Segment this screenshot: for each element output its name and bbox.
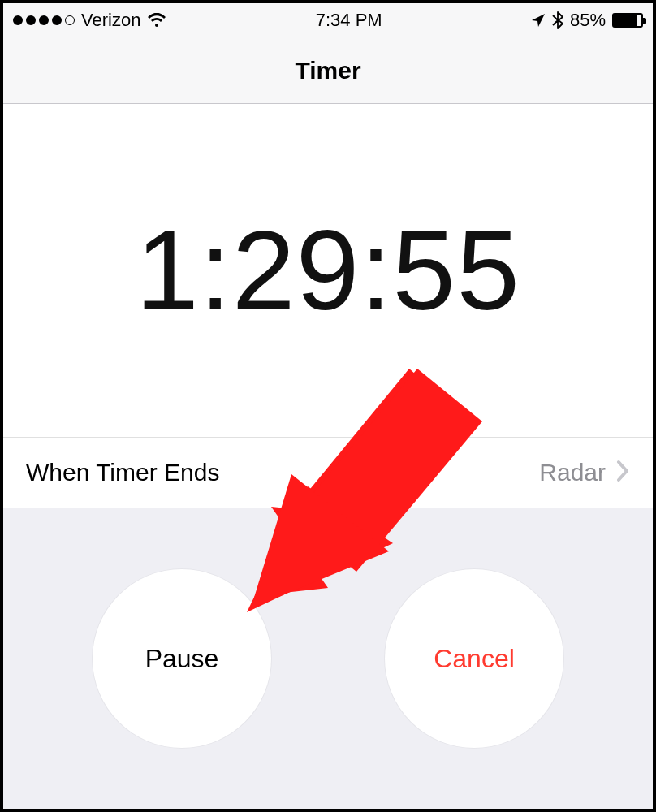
battery-percent: 85% (570, 10, 606, 31)
page-title: Timer (295, 57, 360, 84)
nav-header: Timer (3, 37, 653, 104)
when-timer-ends-value: Radar (539, 459, 606, 486)
timer-display: 1:29:55 (3, 104, 653, 437)
battery-icon (612, 13, 643, 28)
carrier-label: Verizon (81, 10, 140, 31)
chevron-right-icon (615, 459, 630, 486)
bluetooth-icon (552, 11, 563, 29)
wifi-icon (147, 13, 166, 28)
cancel-button[interactable]: Cancel (385, 569, 563, 748)
status-bar: Verizon 7:34 PM 85% (3, 3, 653, 37)
timer-time: 1:29:55 (136, 205, 520, 336)
buttons-area: Pause Cancel (3, 508, 653, 809)
battery-fill (614, 15, 637, 26)
when-timer-ends-label: When Timer Ends (26, 459, 219, 486)
signal-strength-icon (13, 15, 75, 25)
cancel-button-label: Cancel (434, 644, 515, 674)
location-icon (531, 13, 546, 28)
when-timer-ends-row[interactable]: When Timer Ends Radar (3, 437, 653, 508)
status-time: 7:34 PM (316, 10, 382, 31)
pause-button-label: Pause (145, 644, 219, 674)
pause-button[interactable]: Pause (93, 569, 271, 748)
